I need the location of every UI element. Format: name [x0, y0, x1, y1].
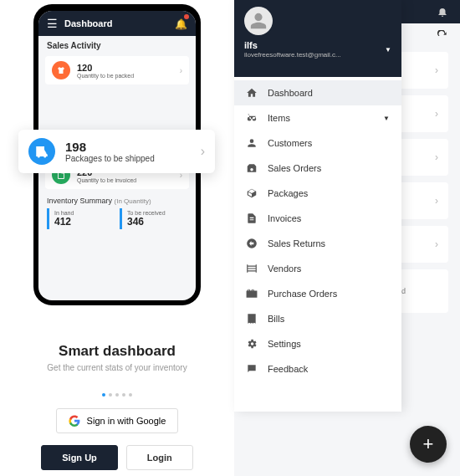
- nav-drawer: ilfs ilovefreesoftware.test@gmail.c... ▼…: [234, 0, 401, 412]
- nav-item-purchase-orders[interactable]: Purchase Orders: [234, 281, 401, 306]
- stat-card-shipped[interactable]: 198Packages to be shipped ›: [18, 130, 215, 173]
- truck-icon: [28, 138, 55, 165]
- nav-item-dashboard[interactable]: Dashboard: [234, 80, 401, 105]
- signup-button[interactable]: Sign Up: [41, 445, 118, 470]
- nav-icon: [246, 338, 258, 350]
- chevron-down-icon: ▼: [383, 115, 390, 122]
- section-header: Sales Activity: [38, 36, 196, 54]
- nav-icon: [246, 112, 258, 124]
- nav-icon: [246, 137, 258, 149]
- nav-icon: [246, 313, 258, 325]
- bell-icon: 🔔: [175, 18, 187, 30]
- nav-item-settings[interactable]: Settings: [234, 331, 401, 356]
- inventory-to-receive: To be received346: [120, 208, 187, 229]
- username: ilfs: [244, 40, 341, 50]
- refresh-icon[interactable]: [437, 30, 448, 42]
- google-icon: [69, 415, 80, 427]
- nav-item-sales-returns[interactable]: Sales Returns: [234, 231, 401, 256]
- subline: Get the current stats of your inventory: [47, 363, 187, 372]
- chevron-right-icon: ›: [180, 66, 182, 75]
- nav-item-customers[interactable]: Customers: [234, 131, 401, 156]
- nav-icon: [246, 212, 258, 224]
- notification-bell[interactable]: 🔔: [175, 16, 187, 31]
- login-button[interactable]: Login: [126, 445, 193, 470]
- appbar-title: Dashboard: [64, 18, 175, 28]
- appbar: ☰ Dashboard 🔔: [38, 11, 196, 36]
- inventory-in-hand: In hand412: [47, 208, 115, 229]
- stat-card-packed[interactable]: 120Quantity to be packed ›: [45, 56, 189, 84]
- user-email: ilovefreesoftware.test@gmail.c...: [244, 51, 341, 59]
- tshirt-icon: [52, 61, 70, 79]
- notification-dot: [184, 14, 189, 19]
- avatar: [244, 7, 273, 35]
- fab-add[interactable]: +: [410, 426, 447, 463]
- nav-icon: [246, 187, 258, 199]
- nav-icon: [246, 263, 258, 274]
- nav-item-items[interactable]: Items▼: [234, 105, 401, 131]
- hamburger-icon[interactable]: ☰: [47, 17, 58, 30]
- nav-icon: [246, 162, 258, 174]
- nav-item-sales-orders[interactable]: Sales Orders: [234, 156, 401, 181]
- onboarding-panel: ☰ Dashboard 🔔 Sales Activity 120Quantity…: [0, 0, 234, 476]
- nav-item-bills[interactable]: Bills: [234, 306, 401, 331]
- google-signin-button[interactable]: Sign in with Google: [56, 408, 179, 433]
- inventory-summary-header: Inventory Summary (In Quantity): [38, 192, 196, 208]
- headline: Smart dashboard: [59, 343, 176, 360]
- nav-item-vendors[interactable]: Vendors: [234, 256, 401, 281]
- nav-icon: [246, 363, 258, 375]
- nav-icon: [246, 288, 258, 299]
- chevron-down-icon[interactable]: ▼: [385, 46, 391, 54]
- nav-item-feedback[interactable]: Feedback: [234, 356, 401, 381]
- nav-item-packages[interactable]: Packages: [234, 181, 401, 206]
- bell-icon[interactable]: [437, 6, 448, 18]
- nav-icon: [246, 238, 258, 249]
- nav-icon: [246, 87, 258, 99]
- drawer-header[interactable]: ilfs ilovefreesoftware.test@gmail.c... ▼: [234, 0, 401, 77]
- nav-item-invoices[interactable]: Invoices: [234, 206, 401, 231]
- chevron-right-icon: ›: [201, 144, 205, 159]
- page-indicator: [102, 393, 132, 397]
